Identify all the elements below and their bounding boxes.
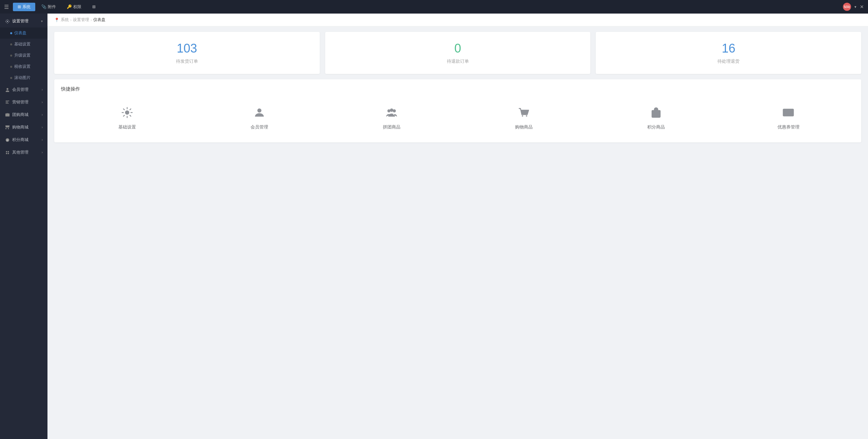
tab-grid-icon: ⊞ xyxy=(92,4,96,9)
main-layout: 设置管理 ▾ 仪表盘 基础设置 升级设置 税收设置 滚动 xyxy=(0,14,868,439)
stat-number-pending-process: 16 xyxy=(603,41,854,56)
quick-action-basic-settings-label: 基础设置 xyxy=(118,124,136,130)
sidebar-group-settings-label: 设置管理 xyxy=(12,18,28,24)
members-chevron-icon: › xyxy=(42,88,43,92)
other-chevron-icon: › xyxy=(42,151,43,154)
quick-action-member-management-label: 会员管理 xyxy=(251,124,268,130)
sidebar-group-group-mall: 团购商城 › xyxy=(0,108,47,121)
sidebar-item-dashboard-label: 仪表盘 xyxy=(14,30,26,36)
quick-action-shopping-goods[interactable]: 购物商品 xyxy=(458,99,590,136)
upgrade-dot xyxy=(10,55,12,57)
quick-action-points-goods-label: 积分商品 xyxy=(647,124,665,130)
sidebar-group-shop-mall: 购物商城 › xyxy=(0,121,47,134)
breadcrumb-sep-1: › xyxy=(70,18,72,22)
quick-action-basic-settings[interactable]: 基础设置 xyxy=(61,99,193,136)
sidebar-item-tax-label: 税收设置 xyxy=(14,64,31,69)
sidebar-group-points-mall-header[interactable]: P 积分商城 › xyxy=(0,134,47,146)
content-area: 📍 系统 › 设置管理 › 仪表盘 103 待发货订单 0 待退款订单 16 xyxy=(47,14,868,439)
sidebar-group-points-mall-label: 积分商城 xyxy=(12,137,28,143)
group-mall-icon xyxy=(5,112,10,118)
sidebar-group-members: 会员管理 › xyxy=(0,83,47,96)
sidebar-group-other: 其他管理 › xyxy=(0,146,47,159)
close-button[interactable]: ✕ xyxy=(860,4,864,9)
svg-rect-1 xyxy=(5,113,9,116)
svg-point-10 xyxy=(526,115,527,117)
tab-grid[interactable]: ⊞ xyxy=(87,3,100,11)
menu-toggle-icon[interactable]: ☰ xyxy=(4,4,9,10)
sidebar-item-slideshow[interactable]: 滚动图片 xyxy=(0,72,47,83)
cart-icon xyxy=(516,104,532,121)
breadcrumb-sep-2: › xyxy=(91,18,92,22)
dashboard-dot xyxy=(10,32,12,34)
topbar-right: MAt ▾ ✕ xyxy=(843,3,864,11)
stat-card-pending-payment[interactable]: 0 待退款订单 xyxy=(325,32,591,74)
stat-label-pending-shipment: 待发货订单 xyxy=(61,58,313,64)
group-icon xyxy=(383,104,400,121)
shop-mall-chevron-icon: › xyxy=(42,125,43,129)
sidebar-group-settings-header[interactable]: 设置管理 ▾ xyxy=(0,15,47,27)
breadcrumb-settings-link[interactable]: 设置管理 xyxy=(73,17,89,23)
tax-dot xyxy=(10,66,12,68)
tab-permissions-label: 权限 xyxy=(73,4,81,10)
tab-permissions[interactable]: 🔑 权限 xyxy=(62,3,86,11)
shop-mall-icon xyxy=(5,125,10,130)
sidebar: 设置管理 ▾ 仪表盘 基础设置 升级设置 税收设置 滚动 xyxy=(0,14,47,439)
group-mall-chevron-icon: › xyxy=(42,113,43,117)
slideshow-dot xyxy=(10,77,12,79)
tab-attachment-label: 附件 xyxy=(48,4,56,10)
quick-action-coupon-management[interactable]: $ 优惠券管理 xyxy=(722,99,854,136)
sidebar-group-marketing: 营销管理 › xyxy=(0,96,47,108)
quick-action-coupon-management-label: 优惠券管理 xyxy=(777,124,800,130)
quick-action-shopping-goods-label: 购物商品 xyxy=(515,124,533,130)
sidebar-group-other-header[interactable]: 其他管理 › xyxy=(0,146,47,159)
sidebar-group-members-label: 会员管理 xyxy=(12,87,28,93)
stat-card-pending-process[interactable]: 16 待处理退货 xyxy=(596,32,861,74)
points-mall-icon: P xyxy=(5,137,10,143)
sidebar-group-members-header[interactable]: 会员管理 › xyxy=(0,83,47,96)
svg-point-4 xyxy=(125,111,129,114)
sidebar-group-shop-mall-header[interactable]: 购物商城 › xyxy=(0,121,47,134)
stat-label-pending-payment: 待退款订单 xyxy=(332,58,584,64)
settings-icon xyxy=(5,19,10,24)
quick-action-group-goods[interactable]: 拼团商品 xyxy=(326,99,458,136)
quick-actions-grid: 基础设置 会员管理 xyxy=(61,99,854,136)
breadcrumb-current: 仪表盘 xyxy=(93,17,105,23)
sidebar-group-shop-mall-label: 购物商城 xyxy=(12,124,28,130)
tab-system-icon: ⊞ xyxy=(18,4,21,9)
sidebar-group-marketing-label: 营销管理 xyxy=(12,99,28,105)
topbar: ☰ ⊞ 系统 📎 附件 🔑 权限 ⊞ MAt ▾ ✕ xyxy=(0,0,868,14)
stat-card-pending-shipment[interactable]: 103 待发货订单 xyxy=(54,32,320,74)
marketing-icon xyxy=(5,100,10,105)
sidebar-group-marketing-header[interactable]: 营销管理 › xyxy=(0,96,47,108)
page-body: 103 待发货订单 0 待退款订单 16 待处理退货 快捷操作 xyxy=(47,26,868,439)
svg-text:$: $ xyxy=(788,112,789,115)
stat-number-pending-payment: 0 xyxy=(332,41,584,56)
members-icon xyxy=(5,87,10,93)
svg-point-8 xyxy=(390,108,393,112)
sidebar-item-tax[interactable]: 税收设置 xyxy=(0,61,47,72)
sidebar-item-dashboard[interactable]: 仪表盘 xyxy=(0,27,47,39)
sidebar-item-basic[interactable]: 基础设置 xyxy=(0,39,47,50)
quick-action-points-goods[interactable]: 积分商品 xyxy=(590,99,722,136)
svg-point-9 xyxy=(522,115,523,117)
stats-row: 103 待发货订单 0 待退款订单 16 待处理退货 xyxy=(54,32,861,74)
avatar[interactable]: MAt xyxy=(843,3,851,11)
stat-number-pending-shipment: 103 xyxy=(61,41,313,56)
sidebar-group-points-mall: P 积分商城 › xyxy=(0,134,47,146)
tab-system[interactable]: ⊞ 系统 xyxy=(13,3,35,11)
tab-attachment[interactable]: 📎 附件 xyxy=(37,3,61,11)
svg-text:P: P xyxy=(7,139,8,141)
sidebar-group-settings: 设置管理 ▾ 仪表盘 基础设置 升级设置 税收设置 滚动 xyxy=(0,15,47,83)
sidebar-item-upgrade[interactable]: 升级设置 xyxy=(0,50,47,61)
marketing-chevron-icon: › xyxy=(42,100,43,104)
breadcrumb-home-icon: 📍 xyxy=(54,18,59,22)
sidebar-group-group-mall-header[interactable]: 团购商城 › xyxy=(0,108,47,121)
svg-point-5 xyxy=(257,108,261,113)
points-mall-chevron-icon: › xyxy=(42,138,43,142)
bag-icon xyxy=(648,104,664,121)
breadcrumb-system-link[interactable]: 系统 xyxy=(61,17,69,23)
quick-action-member-management[interactable]: 会员管理 xyxy=(193,99,326,136)
avatar-dropdown-icon[interactable]: ▾ xyxy=(854,5,856,9)
users-icon xyxy=(251,104,268,121)
sidebar-group-other-label: 其他管理 xyxy=(12,149,28,155)
